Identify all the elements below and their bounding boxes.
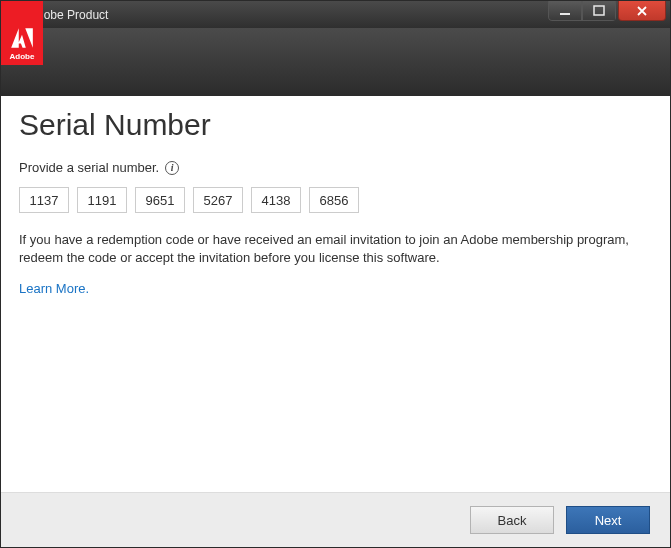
brand-bar: Adobe bbox=[1, 28, 670, 96]
window-controls bbox=[548, 1, 670, 21]
adobe-logo-icon bbox=[9, 24, 35, 50]
redemption-note: If you have a redemption code or have re… bbox=[19, 231, 652, 267]
learn-more-link[interactable]: Learn More. bbox=[19, 281, 652, 296]
titlebar[interactable]: Adobe Product bbox=[1, 1, 670, 28]
page-heading: Serial Number bbox=[19, 108, 652, 142]
serial-input-row bbox=[19, 187, 652, 213]
maximize-button[interactable] bbox=[582, 1, 616, 21]
serial-field-2[interactable] bbox=[77, 187, 127, 213]
installer-window: Adobe Product Adobe Serial Number Provi bbox=[0, 0, 671, 548]
serial-field-3[interactable] bbox=[135, 187, 185, 213]
serial-field-1[interactable] bbox=[19, 187, 69, 213]
info-icon[interactable]: i bbox=[165, 161, 179, 175]
footer-bar: Back Next bbox=[1, 492, 670, 547]
svg-rect-0 bbox=[560, 13, 570, 15]
adobe-brand-label: Adobe bbox=[10, 52, 35, 61]
serial-field-6[interactable] bbox=[309, 187, 359, 213]
next-button[interactable]: Next bbox=[566, 506, 650, 534]
minimize-button[interactable] bbox=[548, 1, 582, 21]
adobe-brand-tab: Adobe bbox=[1, 1, 43, 65]
serial-field-5[interactable] bbox=[251, 187, 301, 213]
serial-field-4[interactable] bbox=[193, 187, 243, 213]
close-button[interactable] bbox=[618, 1, 666, 21]
back-button[interactable]: Back bbox=[470, 506, 554, 534]
svg-rect-1 bbox=[594, 6, 604, 15]
instruction-row: Provide a serial number. i bbox=[19, 160, 652, 175]
instruction-text: Provide a serial number. bbox=[19, 160, 159, 175]
content-area: Serial Number Provide a serial number. i… bbox=[1, 96, 670, 492]
